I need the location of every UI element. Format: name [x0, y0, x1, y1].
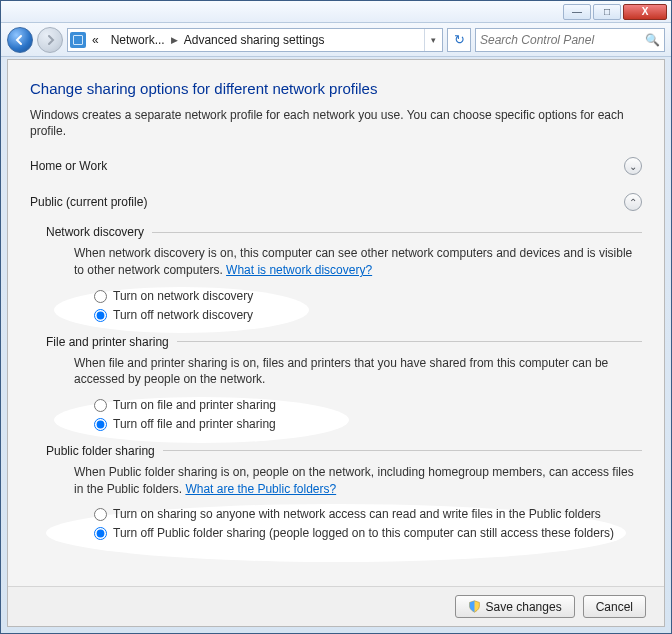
group-body-file-printer-sharing: When file and printer sharing is on, fil…	[74, 355, 642, 434]
address-dropdown[interactable]: ▾	[424, 29, 442, 51]
network-icon	[70, 32, 86, 48]
divider	[163, 450, 642, 451]
maximize-button[interactable]: □	[593, 4, 621, 20]
group-header-network-discovery: Network discovery	[46, 225, 642, 239]
group-body-public-folder-sharing: When Public folder sharing is on, people…	[74, 464, 642, 543]
search-input[interactable]: Search Control Panel 🔍	[475, 28, 665, 52]
breadcrumb-network[interactable]: Network...	[105, 33, 171, 47]
search-icon: 🔍	[645, 33, 660, 47]
shield-icon	[468, 600, 481, 613]
profile-public-label: Public (current profile)	[30, 195, 147, 209]
breadcrumb-advanced[interactable]: Advanced sharing settings	[178, 33, 331, 47]
radio-net-on[interactable]: Turn on network discovery	[94, 287, 642, 306]
radio-pub-off[interactable]: Turn off Public folder sharing (people l…	[94, 524, 642, 543]
chevron-down-icon[interactable]: ⌄	[624, 157, 642, 175]
titlebar: — □ X	[1, 1, 671, 23]
group-title: Public folder sharing	[46, 444, 155, 458]
content-pane: Change sharing options for different net…	[7, 59, 665, 627]
save-label: Save changes	[486, 600, 562, 614]
minimize-button[interactable]: —	[563, 4, 591, 20]
page-title: Change sharing options for different net…	[30, 80, 642, 97]
profile-public-row[interactable]: Public (current profile) ⌃	[30, 189, 642, 215]
radio-group-public-folder-sharing: Turn on sharing so anyone with network a…	[94, 505, 642, 543]
group-desc: When Public folder sharing is on, people…	[74, 465, 634, 496]
divider	[152, 232, 642, 233]
cancel-button[interactable]: Cancel	[583, 595, 646, 618]
search-placeholder: Search Control Panel	[480, 33, 594, 47]
breadcrumb-prefix: «	[86, 33, 105, 47]
back-button[interactable]	[7, 27, 33, 53]
group-header-file-printer-sharing: File and printer sharing	[46, 335, 642, 349]
group-body-network-discovery: When network discovery is on, this compu…	[74, 245, 642, 324]
group-title: File and printer sharing	[46, 335, 169, 349]
divider	[177, 341, 642, 342]
radio-fps-off[interactable]: Turn off file and printer sharing	[94, 415, 642, 434]
refresh-button[interactable]: ↻	[447, 28, 471, 52]
group-header-public-folder-sharing: Public folder sharing	[46, 444, 642, 458]
group-desc: When file and printer sharing is on, fil…	[74, 356, 608, 387]
link-what-are-public-folders[interactable]: What are the Public folders?	[185, 482, 336, 496]
page-intro: Windows creates a separate network profi…	[30, 107, 642, 139]
public-section: Network discovery When network discovery…	[46, 225, 642, 543]
radio-group-file-printer-sharing: Turn on file and printer sharing Turn of…	[94, 396, 642, 434]
navbar: « Network... ▶ Advanced sharing settings…	[1, 23, 671, 57]
radio-fps-on[interactable]: Turn on file and printer sharing	[94, 396, 642, 415]
profile-home-row[interactable]: Home or Work ⌄	[30, 153, 642, 179]
radio-group-network-discovery: Turn on network discovery Turn off netwo…	[94, 287, 642, 325]
chevron-up-icon[interactable]: ⌃	[624, 193, 642, 211]
link-what-is-network-discovery[interactable]: What is network discovery?	[226, 263, 372, 277]
footer: Save changes Cancel	[8, 586, 664, 626]
address-bar[interactable]: « Network... ▶ Advanced sharing settings…	[67, 28, 443, 52]
radio-pub-on[interactable]: Turn on sharing so anyone with network a…	[94, 505, 642, 524]
radio-net-off[interactable]: Turn off network discovery	[94, 306, 642, 325]
group-title: Network discovery	[46, 225, 144, 239]
chevron-right-icon: ▶	[171, 35, 178, 45]
profile-home-label: Home or Work	[30, 159, 107, 173]
save-button[interactable]: Save changes	[455, 595, 575, 618]
cancel-label: Cancel	[596, 600, 633, 614]
close-button[interactable]: X	[623, 4, 667, 20]
forward-button[interactable]	[37, 27, 63, 53]
window: — □ X « Network... ▶ Advanced sharing se…	[0, 0, 672, 634]
